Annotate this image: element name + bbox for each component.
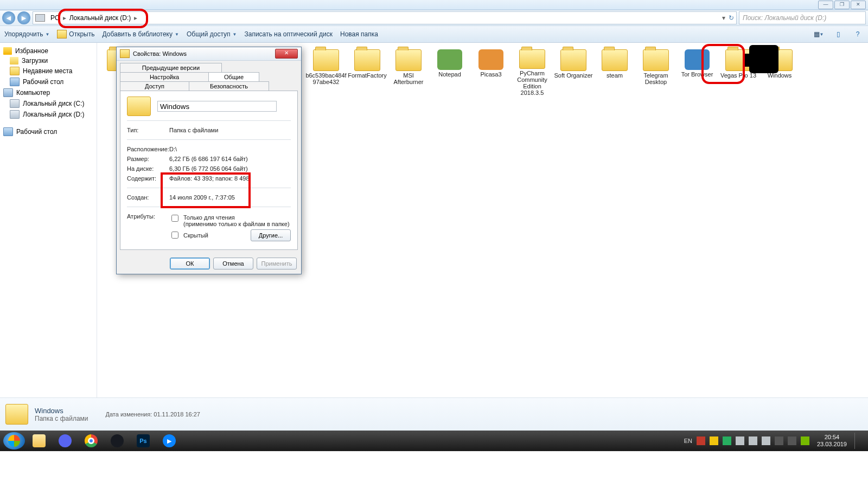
taskbar-photoshop[interactable]: Ps — [131, 433, 155, 449]
sidebar-computer[interactable]: Компьютер — [0, 87, 97, 98]
readonly-checkbox[interactable] — [171, 215, 178, 222]
star-icon — [3, 47, 12, 55]
tab-security[interactable]: Безопасность — [189, 81, 269, 91]
file-item[interactable]: PyCharm Community Edition 2018.3.5 — [512, 48, 553, 96]
dialog-close-button[interactable]: ✕ — [275, 49, 298, 59]
file-item[interactable]: MSI Afterburner — [388, 48, 429, 96]
apply-button[interactable]: Применить — [257, 258, 297, 269]
file-item[interactable]: steam — [594, 48, 635, 96]
navigation-bar: ◄ ► PC ▸ Локальный диск (D:) ▸ ▾ ↻ Поиск… — [0, 10, 868, 26]
dialog-titlebar[interactable]: Свойства: Windows ✕ — [117, 47, 301, 61]
organize-menu[interactable]: Упорядочить▼ — [4, 30, 49, 38]
other-attributes-button[interactable]: Другие... — [251, 229, 291, 241]
file-item[interactable]: Picasa3 — [470, 48, 512, 96]
folder-icon — [313, 49, 339, 71]
sidebar-disk-c[interactable]: Локальный диск (C:) — [0, 98, 97, 109]
app-icon — [478, 49, 503, 70]
prop-contains-label: Содержит: — [127, 175, 169, 182]
breadcrumb-disk[interactable]: Локальный диск (D:) — [67, 14, 133, 22]
tab-previous-versions[interactable]: Предыдущие версии — [120, 63, 222, 72]
sidebar-desktop-root[interactable]: Рабочий стол — [0, 126, 97, 137]
search-input[interactable]: Поиск: Локальный диск (D:) — [739, 11, 866, 24]
prop-ondisk-value: 6,30 ГБ (6 772 056 064 байт) — [169, 165, 291, 172]
start-button[interactable] — [3, 432, 25, 450]
prop-type-value: Папка с файлами — [169, 127, 291, 133]
file-item[interactable]: Notepad — [429, 48, 470, 96]
computer-icon — [3, 88, 13, 97]
tray-icon[interactable] — [788, 436, 796, 445]
sidebar-recent[interactable]: Недавние места — [0, 66, 97, 76]
prop-location-value: D:\ — [169, 146, 291, 152]
taskbar-discord[interactable] — [53, 433, 77, 449]
drive-icon — [35, 14, 45, 22]
photoshop-icon: Ps — [137, 434, 150, 447]
prop-size-value: 6,22 ГБ (6 686 197 614 байт) — [169, 156, 291, 162]
taskbar-steam[interactable] — [105, 433, 129, 449]
tab-config[interactable]: Настройка — [120, 72, 209, 81]
back-button[interactable]: ◄ — [2, 11, 15, 24]
tray-language[interactable]: EN — [684, 438, 692, 444]
minimize-button[interactable]: — — [818, 1, 833, 9]
prop-type-label: Тип: — [127, 127, 169, 133]
folder-name-input[interactable] — [157, 101, 277, 112]
add-to-library-menu[interactable]: Добавить в библиотеку▼ — [102, 30, 178, 38]
close-button[interactable]: ✕ — [851, 1, 866, 9]
open-button[interactable]: Открыть — [57, 30, 94, 38]
desktop-icon — [10, 78, 20, 86]
refresh-icon[interactable]: ↻ — [729, 14, 734, 22]
explorer-toolbar: Упорядочить▼ Открыть Добавить в библиоте… — [0, 26, 868, 43]
sidebar-desktop[interactable]: Рабочий стол — [0, 76, 97, 87]
file-item[interactable]: Telegram Desktop — [635, 48, 676, 96]
annotation-redaction — [749, 45, 778, 73]
tab-general[interactable]: Общие — [208, 72, 259, 81]
tab-access[interactable]: Доступ — [120, 81, 189, 91]
preview-pane-button[interactable]: ▯ — [832, 29, 844, 39]
breadcrumb-root[interactable]: PC — [48, 14, 62, 22]
help-button[interactable]: ? — [852, 29, 864, 39]
tray-clock[interactable]: 20:5423.03.2019 — [814, 434, 850, 448]
tray-icon[interactable] — [762, 436, 770, 445]
file-item[interactable]: Soft Organizer — [553, 48, 594, 96]
cancel-button[interactable]: Отмена — [213, 258, 253, 269]
downloads-icon — [10, 57, 18, 65]
tray-icon[interactable] — [710, 436, 718, 445]
sidebar-favorites[interactable]: Избранное — [0, 46, 97, 56]
file-item-label: Tor Browser — [681, 71, 713, 78]
view-options-button[interactable]: ▦▼ — [813, 29, 825, 39]
disk-icon — [10, 110, 20, 119]
folder-icon — [602, 49, 628, 71]
show-desktop-button[interactable] — [854, 433, 861, 449]
file-item-label: Vegas Pro 13 — [720, 72, 756, 79]
properties-dialog: Свойства: Windows ✕ Предыдущие версии На… — [116, 47, 302, 274]
file-item[interactable]: b6c539bac484f97abe432 — [305, 48, 347, 96]
hidden-checkbox[interactable] — [171, 232, 178, 239]
dropdown-icon[interactable]: ▾ — [722, 14, 725, 22]
tray-nvidia-icon[interactable] — [801, 436, 809, 445]
address-bar[interactable]: PC ▸ Локальный диск (D:) ▸ ▾ ↻ — [33, 11, 737, 24]
new-folder-button[interactable]: Новая папка — [340, 30, 378, 38]
prop-size-label: Размер: — [127, 156, 169, 162]
burn-button[interactable]: Записать на оптический диск — [244, 30, 333, 38]
maximize-button[interactable]: ❐ — [834, 1, 850, 9]
tray-icon[interactable] — [775, 436, 783, 445]
windows-orb-icon — [8, 435, 20, 447]
file-item-label: Soft Organizer — [554, 72, 593, 79]
taskbar-explorer[interactable] — [27, 433, 51, 449]
forward-button[interactable]: ► — [17, 11, 30, 24]
taskbar-player[interactable]: ▶ — [157, 433, 181, 449]
details-modified-value: 01.11.2018 16:27 — [154, 411, 200, 418]
share-menu[interactable]: Общий доступ▼ — [187, 30, 237, 38]
desktop-icon — [3, 127, 13, 136]
file-item[interactable]: FormatFactory — [347, 48, 388, 96]
tray-icon[interactable] — [697, 436, 705, 445]
ok-button[interactable]: ОК — [170, 258, 210, 269]
tray-volume-icon[interactable] — [749, 436, 757, 445]
taskbar-chrome[interactable] — [79, 433, 103, 449]
file-item[interactable] — [800, 48, 841, 96]
tray-icon[interactable] — [723, 436, 731, 445]
sidebar-disk-d[interactable]: Локальный диск (D:) — [0, 109, 97, 120]
tray-network-icon[interactable] — [736, 436, 744, 445]
sidebar-downloads[interactable]: Загрузки — [0, 56, 97, 66]
file-item[interactable]: Tor Browser — [676, 48, 718, 96]
window-titlebar: — ❐ ✕ — [0, 0, 868, 10]
